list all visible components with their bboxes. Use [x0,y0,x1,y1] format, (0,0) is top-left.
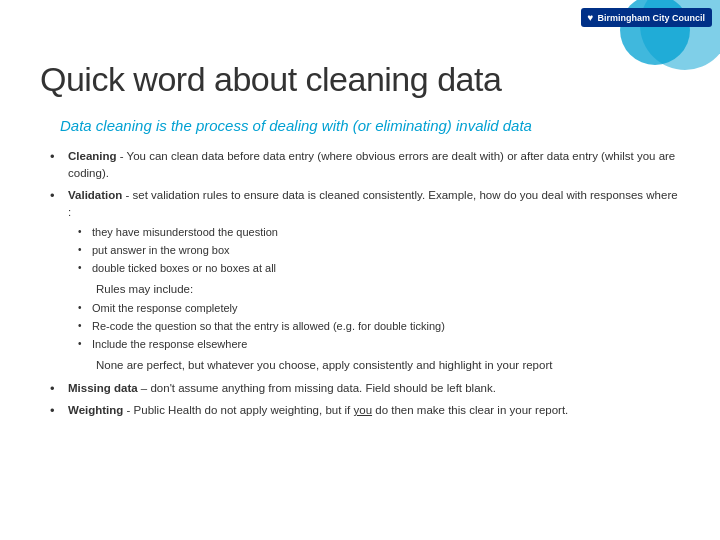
org-name: Birmingham City Council [597,13,705,23]
missing-data-bold: Missing data [68,382,138,394]
bullet-weighting: Weighting - Public Health do not apply w… [50,402,680,419]
rules-item-2: Re-code the question so that the entry i… [78,319,680,335]
sub-item-2: put answer in the wrong box [78,243,680,259]
sub-item-1: they have misunderstood the question [78,225,680,241]
weighting-bold: Weighting [68,404,123,416]
validation-sub-list: they have misunderstood the question put… [78,225,680,277]
validation-bold: Validation [68,189,122,201]
weighting-label: Weighting - Public Health do not apply w… [68,404,568,416]
cleaning-text: - You can clean data before data entry (… [68,150,675,179]
main-content: Quick word about cleaning data Data clea… [40,60,680,520]
bullet-cleaning: Cleaning - You can clean data before dat… [50,148,680,181]
heart-icon: ♥ [588,12,594,23]
rules-item-1: Omit the response completely [78,301,680,317]
bullet-validation-label: Validation - set validation rules to ens… [68,189,678,218]
sub-item-3: double ticked boxes or no boxes at all [78,261,680,277]
rules-item-3: Include the response elsewhere [78,337,680,353]
cleaning-bold: Cleaning [68,150,117,162]
weighting-text1: - Public Health do not apply weighting, … [123,404,353,416]
bullet-cleaning-label: Cleaning - You can clean data before dat… [68,150,675,179]
none-text: None are perfect, but whatever you choos… [96,357,680,374]
rules-sub-list: Omit the response completely Re-code the… [78,301,680,353]
org-logo-badge: ♥ Birmingham City Council [581,8,712,27]
bullet-validation: Validation - set validation rules to ens… [50,187,680,373]
subtitle: Data cleaning is the process of dealing … [60,117,680,134]
main-bullet-list: Cleaning - You can clean data before dat… [50,148,680,419]
missing-data-text: – don't assume anything from missing dat… [138,382,496,394]
weighting-underline: you [354,404,373,416]
weighting-text2: do then make this clear in your report. [372,404,568,416]
bullet-missing-data: Missing data – don't assume anything fro… [50,380,680,397]
validation-text: - set validation rules to ensure data is… [68,189,678,218]
page-title: Quick word about cleaning data [40,60,680,99]
missing-data-label: Missing data – don't assume anything fro… [68,382,496,394]
rules-intro: Rules may include: [96,281,680,298]
